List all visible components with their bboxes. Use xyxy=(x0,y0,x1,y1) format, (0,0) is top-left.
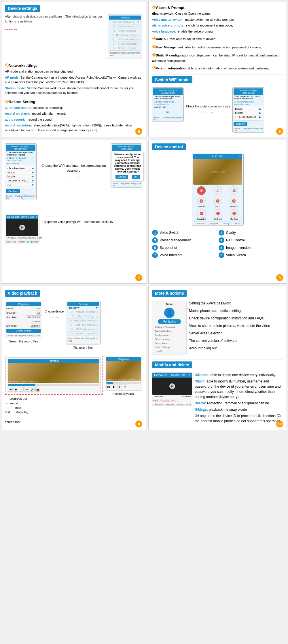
ctrl-voice-btn[interactable]: ① xyxy=(197,186,206,195)
pb-upgrade-row: ⊙ Device Upgrade› xyxy=(67,332,99,336)
playback-settings-mock: Settings 30063277 ▼ ⊙ Network settings› … xyxy=(66,301,101,344)
network-settings-row: ⊙ Network settings› xyxy=(109,24,141,29)
annotation-progress: → progress bar xyxy=(5,397,103,401)
ctrl-settings[interactable]: ⑦ Settings xyxy=(214,209,222,220)
check-router-label: Check the router connection mode xyxy=(186,104,230,109)
device-settings-text: After choosing device, you can configure… xyxy=(5,14,105,59)
ctrl-preset[interactable]: ③ Preset xyxy=(197,197,206,208)
monitoring-button[interactable]: Monitoring xyxy=(158,319,181,324)
record-progress-fill xyxy=(106,382,113,384)
ctrl-settings-btn[interactable]: ⑦ xyxy=(214,209,222,218)
wifi-setup-left-phone: Network settings – (28502Y839) ☐ AP inde… xyxy=(5,143,37,200)
ctrl-easylink-btn[interactable]: ⑥ xyxy=(197,209,206,218)
more-func-list: Setting the APP's password Mobile phone … xyxy=(189,301,283,351)
more-row-configuration: Configuration xyxy=(154,333,185,337)
feature-voice-switch: 1 Voice Switch xyxy=(152,230,217,236)
feature-video-switch: 8 Video Switch xyxy=(219,252,283,258)
ctrl-ptz-ctrl-btn[interactable]: ④ xyxy=(213,197,222,205)
rec-pause[interactable]: ⏸ xyxy=(117,384,122,389)
feature-preset-mgmt: 3 Preset Management xyxy=(152,237,217,243)
del-play-btn[interactable] xyxy=(169,383,175,389)
rec-play[interactable]: ▶ xyxy=(112,384,116,389)
network-config-modal: Network configuration is successful. You… xyxy=(112,151,143,181)
annotation-screenshot: ↑ xyxy=(5,414,103,418)
search-files-btn[interactable]: Search for files xyxy=(6,329,41,333)
switch-wifi-title: Switch WIFI mode xyxy=(152,76,192,83)
choose-wifi-label: Choose the WIFI and enter the correspond… xyxy=(39,163,108,173)
delete-item-4: ④Megs: playback the snap picute xyxy=(195,407,283,412)
control-buttons-row3: ⑥ EasyLink ⑦ Settings ⑧ xyxy=(193,209,242,220)
rec-skip-fwd[interactable]: ⏭ xyxy=(123,384,127,389)
confirm-button[interactable]: Confirm xyxy=(234,122,247,126)
func-alarm-notice: Mobile phone alarm notice setting xyxy=(189,308,283,313)
feature-clarity: 2 Clarity xyxy=(219,230,283,236)
pause-btn[interactable]: ⏸ xyxy=(19,387,24,392)
device-settings-description: After choosing device, you can configure… xyxy=(5,14,105,24)
ok-modal-btn[interactable]: OK xyxy=(132,175,140,179)
feature-preset-mgmt-label: Preset Management xyxy=(160,238,191,242)
skip-back-btn[interactable]: ⏮ xyxy=(8,387,13,392)
ctrl-hd-sd-btn[interactable]: ⑤ xyxy=(230,197,238,205)
form-channel-val: All xyxy=(36,311,41,315)
progress-bar[interactable] xyxy=(8,384,99,386)
playback-settings-phone: Settings 30063277 ▼ ⊙ Network settings› … xyxy=(66,301,101,351)
record-audio: audio record: record the sound; xyxy=(5,117,142,122)
choose-device-label: Choose device xyxy=(45,309,64,314)
volume-btn[interactable]: 🔊 xyxy=(30,387,35,392)
ctrl-hd-sd[interactable]: ⑤ HD/SD xyxy=(230,197,238,208)
playback-arrow-area: Choose device - - → xyxy=(45,301,64,319)
panel-badge-8: 8 xyxy=(276,274,283,281)
device-row: Device: 30063277 ▼ xyxy=(109,20,141,24)
ctrl-ptz-ctrl[interactable]: ④ PTZ xyxy=(213,197,222,208)
form-channel-label: Channel: xyxy=(6,312,16,314)
feature-image-inversion: 6 Image Inversion xyxy=(219,245,283,251)
more-functions-list: ← Setting the APP's password Mobile phon… xyxy=(189,301,283,355)
wifi-phone-left-mock: Network settings – (28502Y839) ☐ AP inde… xyxy=(152,87,184,122)
form-date-val: 2016-08-23 xyxy=(27,315,41,319)
ctrl-voice[interactable]: ① xyxy=(197,186,206,195)
record-resolution: record resolution: standard-de nition(VG… xyxy=(5,123,142,132)
video-playback-title: Video playback xyxy=(5,290,40,297)
wifi-setup-router-list: Christian-5MHz▶ BOOS▶ brother▶ TP-LINK_8… xyxy=(6,165,35,188)
wifi-setup-right-phone: Network settings: 28501938 Network confi… xyxy=(111,143,142,200)
ctrl-easylink[interactable]: ⑥ EasyLink xyxy=(197,209,206,220)
skip-forward-btn[interactable]: ⏭ xyxy=(24,387,29,392)
device-list-screen xyxy=(6,219,38,236)
device-control-footer: Device ListPlaybackSettingsMore xyxy=(193,221,242,224)
more-avatar-icon: 👤 xyxy=(164,308,175,318)
record-progress-bar[interactable] xyxy=(106,382,141,384)
screenshot-ctrl-btn[interactable]: 📷 xyxy=(35,387,40,392)
large-playback-area: Playback rec:01/0_20170/0023/23006.2_1.1… xyxy=(5,356,103,424)
wifi-setup-router-brother: brother▶ xyxy=(7,175,34,179)
panel-device-settings-title: Device settings xyxy=(5,5,40,12)
wifi-eye-icon: 👁 xyxy=(153,110,183,115)
playback-settings-header: Settings xyxy=(67,302,99,306)
delete-items-list: ①Delete: able to delete one device entry… xyxy=(195,372,283,424)
form-device-val: All xyxy=(36,307,41,310)
static-ip-section: ⑥Static IP configurationtion: Equipment … xyxy=(152,52,283,63)
rec-skip-back[interactable]: ⏮ xyxy=(106,384,111,389)
voice-language: voice language: enable the voice prompts xyxy=(152,29,283,34)
ctrl-ptz-btn[interactable]: ② xyxy=(213,186,222,195)
ctrl-hd[interactable]: HD xyxy=(230,186,238,195)
cancel-modal-btn[interactable]: Cancel xyxy=(115,175,128,179)
wifi-setup-confirm-btn[interactable]: Confirm xyxy=(6,189,20,193)
ctrl-mic[interactable]: ⑧ Mic Live xyxy=(230,209,238,220)
playback-dashed-box: Playback rec:01/0_20170/0023/23006.2_1.1… xyxy=(5,356,103,395)
playback-search-phone: Playback Device: All Channel: All Start … xyxy=(5,301,42,345)
ctrl-ptz[interactable]: ② xyxy=(213,186,222,195)
play-stop-btn[interactable]: ▶ xyxy=(14,387,18,392)
device-connect-area: Demo-List Device List + MV101001_20170/0… xyxy=(5,214,142,244)
wifi-setup-ap-row: ☐ AP independed spot mode router is not … xyxy=(6,151,35,156)
ctrl-mic-btn[interactable]: ⑧ xyxy=(230,209,238,218)
wifi-setup-top: Network settings – (28502Y839) ☐ AP inde… xyxy=(5,143,142,200)
wifi-setup-header-l: Network settings – (28502Y839) xyxy=(6,145,35,151)
form-timeend-label: End Time: xyxy=(6,325,17,327)
big-playback-mock: Playback rec:01/0_20170/0023/23006.2_1.1… xyxy=(7,357,101,393)
feature-voice-intercom-label: Voice Intercom xyxy=(160,253,182,257)
voice-prompt-arrow: ←- - - - xyxy=(42,214,54,218)
play-button[interactable] xyxy=(19,225,25,230)
ctrl-hd-btn[interactable]: HD xyxy=(230,186,238,195)
playback-controls-row: ⏮ ▶ ⏸ ⏭ 🔊 📷 xyxy=(8,387,99,392)
ctrl-preset-btn[interactable]: ③ xyxy=(197,197,206,205)
